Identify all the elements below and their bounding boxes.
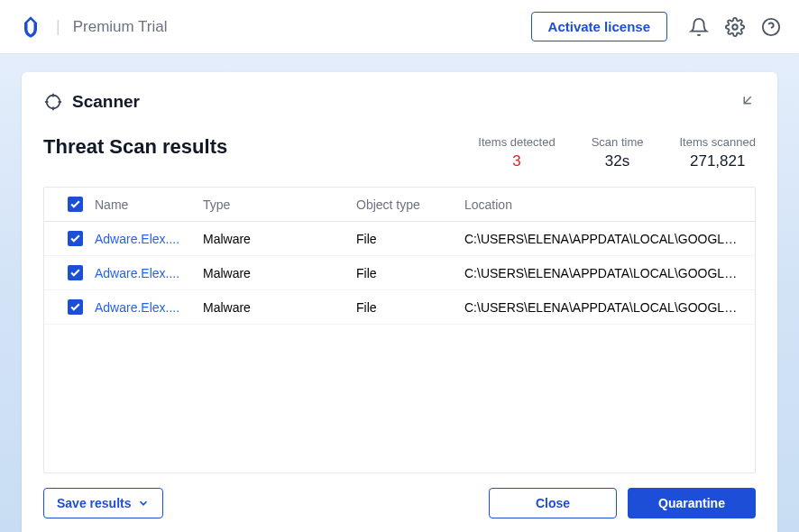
stat-detected-value: 3 bbox=[478, 152, 555, 170]
select-all-checkbox[interactable] bbox=[68, 197, 83, 212]
top-bar: | Premium Trial Activate license bbox=[0, 0, 799, 54]
target-icon bbox=[43, 92, 63, 112]
stat-scanned-value: 271,821 bbox=[679, 152, 756, 170]
threat-object-type: File bbox=[356, 266, 464, 280]
threat-object-type: File bbox=[356, 232, 464, 246]
close-button[interactable]: Close bbox=[489, 488, 617, 518]
col-header-object-type[interactable]: Object type bbox=[356, 197, 464, 212]
table-row[interactable]: Adware.Elex.... Malware File C:\USERS\EL… bbox=[44, 290, 755, 325]
stat-time: Scan time 32s bbox=[592, 135, 644, 170]
threat-location: C:\USERS\ELENA\APPDATA\LOCAL\GOOGLE\CHRO… bbox=[464, 266, 744, 280]
svg-point-3 bbox=[47, 96, 60, 109]
activate-license-button[interactable]: Activate license bbox=[531, 12, 667, 41]
threat-type: Malware bbox=[203, 266, 356, 280]
card-title: Scanner bbox=[72, 92, 140, 112]
threat-object-type: File bbox=[356, 300, 464, 315]
stat-scanned-label: Items scanned bbox=[679, 135, 756, 149]
quarantine-button[interactable]: Quarantine bbox=[628, 488, 756, 518]
help-icon[interactable] bbox=[761, 17, 781, 37]
col-header-location[interactable]: Location bbox=[464, 197, 744, 212]
table-row[interactable]: Adware.Elex.... Malware File C:\USERS\EL… bbox=[44, 222, 755, 256]
row-checkbox[interactable] bbox=[68, 231, 83, 246]
table-header-row: Name Type Object type Location bbox=[44, 188, 755, 222]
row-checkbox[interactable] bbox=[68, 265, 83, 280]
threat-type: Malware bbox=[203, 232, 356, 246]
threat-name-link[interactable]: Adware.Elex.... bbox=[95, 266, 203, 280]
bell-icon[interactable] bbox=[689, 17, 709, 37]
topbar-actions bbox=[689, 17, 781, 37]
svg-point-0 bbox=[732, 24, 738, 30]
scan-stats: Items detected 3 Scan time 32s Items sca… bbox=[478, 135, 756, 170]
scanner-card: Scanner Threat Scan results Items detect… bbox=[22, 72, 777, 532]
col-header-type[interactable]: Type bbox=[203, 197, 356, 212]
row-checkbox[interactable] bbox=[68, 299, 83, 315]
save-results-label: Save results bbox=[57, 496, 132, 510]
threat-name-link[interactable]: Adware.Elex.... bbox=[95, 232, 203, 246]
malwarebytes-logo-icon bbox=[18, 14, 43, 40]
threat-location: C:\USERS\ELENA\APPDATA\LOCAL\GOOGLE\CHRO… bbox=[464, 232, 744, 246]
card-header: Scanner bbox=[43, 92, 756, 112]
chevron-down-icon bbox=[137, 497, 150, 509]
stat-time-label: Scan time bbox=[592, 135, 644, 149]
threat-name-link[interactable]: Adware.Elex.... bbox=[95, 300, 203, 315]
svg-line-8 bbox=[744, 96, 751, 104]
results-table: Name Type Object type Location Adware.El… bbox=[43, 187, 756, 473]
gear-icon[interactable] bbox=[725, 17, 745, 37]
threat-type: Malware bbox=[203, 300, 356, 315]
stat-detected-label: Items detected bbox=[478, 135, 555, 149]
table-row[interactable]: Adware.Elex.... Malware File C:\USERS\EL… bbox=[44, 256, 755, 290]
stat-detected: Items detected 3 bbox=[478, 135, 555, 170]
brand-text: Premium Trial bbox=[73, 18, 168, 36]
collapse-icon[interactable] bbox=[739, 92, 756, 108]
card-footer: Save results Close Quarantine bbox=[43, 488, 756, 518]
stat-scanned: Items scanned 271,821 bbox=[679, 135, 756, 170]
brand-logo: | Premium Trial bbox=[18, 14, 168, 40]
save-results-button[interactable]: Save results bbox=[43, 488, 163, 518]
col-header-name[interactable]: Name bbox=[95, 197, 203, 212]
threat-location: C:\USERS\ELENA\APPDATA\LOCAL\GOOGLE\CHRO… bbox=[464, 300, 744, 315]
brand-divider: | bbox=[56, 17, 60, 36]
stat-time-value: 32s bbox=[592, 152, 644, 170]
results-title: Threat Scan results bbox=[43, 135, 478, 159]
